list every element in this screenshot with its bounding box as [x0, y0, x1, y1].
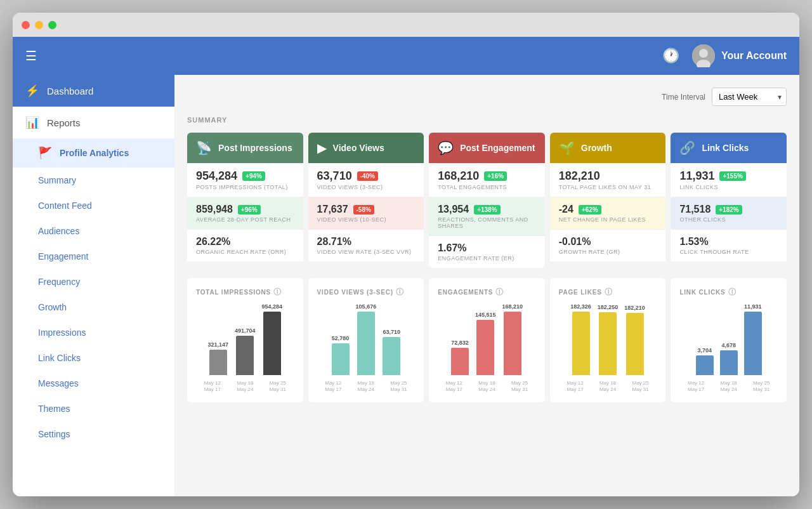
- engagement-title: Post Engagement: [460, 143, 535, 153]
- sidebar-item-link-clicks[interactable]: Link Clicks: [13, 345, 174, 371]
- stat-label: REACTIONS, COMMENTS AND SHARES: [438, 216, 536, 229]
- messages-label: Messages: [38, 378, 79, 388]
- sidebar-item-label: Reports: [47, 117, 81, 128]
- sidebar-item-growth[interactable]: Growth: [13, 294, 174, 320]
- stat-link-clicks: 11,931 +155% LINK CLICKS: [671, 163, 787, 197]
- stat-value: 168,210: [438, 169, 479, 183]
- stat-net-change: -24 +62% NET CHANGE IN PAGE LIKES: [550, 197, 666, 230]
- bar-label: 3,704: [697, 347, 712, 354]
- summary-section-title: SUMMARY: [187, 116, 787, 124]
- bar-dates: May 12May 17 May 18May 24 May 25May 31: [679, 380, 778, 393]
- stat-label: VIDEO VIEW RATE (3-SEC VVR): [317, 249, 416, 255]
- stat-label: VIDEO VIEWS (10-SEC): [317, 216, 416, 223]
- stat-value: 63,710: [317, 169, 352, 183]
- bar-label: 321,147: [207, 341, 228, 348]
- bar: [209, 350, 227, 375]
- bar: [476, 320, 494, 375]
- content-feed-label: Content Feed: [38, 201, 92, 211]
- sidebar-sub-label: Profile Analytics: [60, 148, 129, 158]
- engagement-label: Engagement: [38, 251, 88, 261]
- chart-label: ENGAGEMENTS: [438, 289, 493, 296]
- bar-dates: May 12May 17 May 18May 24 May 25May 31: [196, 380, 294, 393]
- sidebar-item-dashboard[interactable]: ⚡ Dashboard: [13, 75, 174, 107]
- bar-group: 182,210: [624, 305, 645, 375]
- bar: [720, 350, 738, 375]
- bar-date: May 25May 31: [270, 380, 286, 393]
- stat-label: GROWTH RATE (GR): [559, 249, 657, 255]
- header: ☰ 🕐 Your Account: [13, 37, 799, 75]
- bar-label: 52,780: [332, 335, 350, 341]
- bar-date: May 25May 31: [390, 380, 407, 393]
- stat-value: 954,284: [196, 169, 237, 183]
- sidebar-item-themes[interactable]: Themes: [13, 396, 174, 421]
- stat-label: CLICK THROUGH RATE: [679, 249, 778, 255]
- bar-label: 168,210: [502, 303, 523, 310]
- bar-label: 4,678: [721, 342, 736, 348]
- svg-point-1: [699, 49, 708, 58]
- info-icon: ⓘ: [728, 287, 737, 298]
- sidebar-item-settings[interactable]: Settings: [13, 421, 174, 447]
- badge: +155%: [719, 171, 745, 181]
- bar-date: May 18May 24: [599, 380, 616, 393]
- close-button[interactable]: [22, 21, 30, 29]
- time-interval-wrapper: Last Week Last Month Last 3 Months Last …: [712, 88, 787, 106]
- sidebar-item-impressions[interactable]: Impressions: [13, 320, 174, 345]
- stat-value: 1.67%: [438, 242, 466, 254]
- bar: [451, 348, 469, 375]
- stat-label: POSTS IMPRESSIONS (TOTAL): [196, 184, 294, 190]
- chart-label: TOTAL IMPRESSIONS: [196, 289, 271, 296]
- stat-value: 859,948: [196, 204, 233, 215]
- bar: [744, 312, 762, 375]
- stat-total-eng: 168,210 +16% TOTAL ENGAGEMENTS: [429, 163, 545, 197]
- stat-value: -24: [559, 204, 573, 215]
- bar-group: 63,710: [383, 329, 400, 375]
- video-views-title: Video Views: [333, 143, 384, 153]
- sidebar-item-frequency[interactable]: Frequency: [13, 269, 174, 294]
- sidebar-item-profile-analytics[interactable]: 🚩 Profile Analytics: [13, 138, 174, 168]
- stat-value: 182,210: [559, 169, 600, 183]
- badge: +94%: [242, 171, 265, 181]
- badge: -58%: [353, 205, 374, 215]
- bar-label: 954,284: [262, 303, 283, 310]
- card-post-engagement: 💬 Post Engagement 168,210 +16% TOTAL ENG…: [429, 133, 545, 268]
- stat-label: AVERAGE 28-DAY POST REACH: [196, 216, 294, 223]
- maximize-button[interactable]: [48, 21, 56, 29]
- post-impressions-icon: 📡: [196, 140, 212, 155]
- bar: [263, 312, 281, 375]
- minimize-button[interactable]: [35, 21, 43, 29]
- stat-value: 17,637: [317, 204, 348, 215]
- main-content: Time Interval Last Week Last Month Last …: [174, 75, 799, 496]
- bar-group: 321,147: [207, 341, 228, 375]
- chart-title: ENGAGEMENTS ⓘ: [438, 287, 536, 298]
- sidebar-item-content-feed[interactable]: Content Feed: [13, 193, 174, 218]
- bar-date: May 25May 31: [632, 380, 648, 393]
- chart-title: VIDEO VIEWS (3-SEC) ⓘ: [317, 287, 416, 298]
- time-interval-select[interactable]: Last Week Last Month Last 3 Months Last …: [712, 88, 787, 106]
- user-area[interactable]: Your Account: [692, 44, 787, 67]
- sidebar-item-reports[interactable]: 📊 Reports: [13, 107, 174, 138]
- bar-date: May 12May 17: [688, 380, 704, 393]
- stat-value: 11,931: [679, 169, 714, 183]
- bell-icon[interactable]: 🕐: [662, 48, 679, 64]
- chart-title: TOTAL IMPRESSIONS ⓘ: [196, 287, 294, 298]
- card-video-views: ▶ Video Views 63,710 -40% VIDEO VIEWS (3…: [308, 133, 424, 268]
- bar-chart: 182,326 182,250 182,210: [559, 305, 657, 375]
- stat-value: -0.01%: [559, 236, 591, 248]
- reports-icon: 📊: [25, 116, 39, 129]
- bar-date: May 25May 31: [753, 380, 769, 393]
- sidebar-item-messages[interactable]: Messages: [13, 371, 174, 396]
- info-icon: ⓘ: [495, 287, 504, 298]
- sidebar-item-audiences[interactable]: Audiences: [13, 218, 174, 244]
- bar-date: May 18May 24: [721, 380, 737, 393]
- sidebar-item-summary[interactable]: Summary: [13, 168, 174, 193]
- bar: [383, 337, 400, 375]
- top-bar: Time Interval Last Week Last Month Last …: [187, 88, 787, 106]
- stat-ctr: 1.53% CLICK THROUGH RATE: [671, 230, 787, 261]
- bar-group: 4,678: [720, 342, 738, 375]
- hamburger-icon[interactable]: ☰: [25, 48, 37, 63]
- bar-date: May 12May 17: [446, 380, 462, 393]
- chart-page-likes: PAGE LIKES ⓘ 182,326 182,250: [550, 278, 666, 402]
- sidebar-item-engagement[interactable]: Engagement: [13, 244, 174, 269]
- growth-title: Growth: [581, 143, 612, 153]
- audiences-label: Audiences: [38, 226, 79, 236]
